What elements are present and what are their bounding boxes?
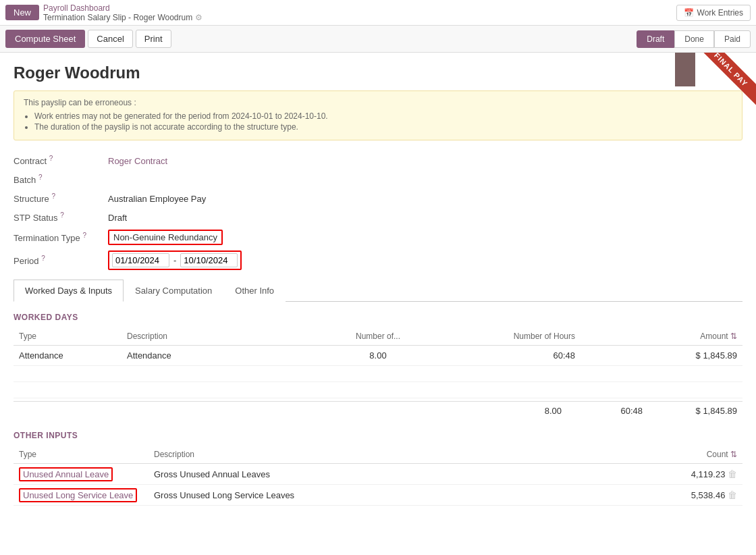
termination-type-label: Termination Type ? [14, 232, 108, 243]
structure-value: Australian Employee Pay [108, 194, 206, 204]
worked-days-table: Type Description Number of... Number of … [14, 327, 742, 398]
row-hours: 60:48 [446, 346, 580, 366]
period-from-input[interactable] [112, 253, 169, 267]
footer-amount: $ 1,845.89 [670, 406, 737, 416]
oi-col-count: Count ⇅ [580, 446, 742, 464]
period-row: Period ? - [14, 248, 742, 273]
oi-row1-description: Gross Unused Annual Leaves [148, 464, 580, 485]
tab-other-info[interactable]: Other Info [223, 280, 286, 302]
oi-row1-type: Unused Annual Leave [14, 464, 148, 485]
oi-col-description: Description [148, 446, 580, 464]
breadcrumb-parent[interactable]: Payroll Dashboard [43, 3, 202, 13]
table-row: Unused Long Service Leave Gross Unused L… [14, 485, 742, 506]
worked-days-header-row: Type Description Number of... Number of … [14, 327, 742, 346]
col-amount: Amount ⇅ [580, 327, 742, 346]
oi-col-type: Type [14, 446, 148, 464]
breadcrumb-current: Termination Salary Slip - Roger Woodrum … [43, 13, 202, 22]
contract-row: Contract ? Roger Contract [14, 151, 742, 170]
action-buttons: Compute Sheet Cancel Print [5, 30, 171, 48]
tab-salary-computation[interactable]: Salary Computation [124, 280, 223, 302]
other-inputs-header-row: Type Description Count ⇅ [14, 446, 742, 464]
stp-status-row: STP Status ? Draft [14, 208, 742, 227]
delete-icon-2[interactable]: 🗑 [728, 490, 737, 500]
oi-row2-type-link[interactable]: Unused Long Service Leave [19, 488, 137, 502]
new-button[interactable]: New [5, 5, 39, 20]
empty-row-1 [14, 366, 742, 382]
status-done-button[interactable]: Done [674, 30, 714, 48]
print-button[interactable]: Print [136, 30, 171, 48]
period-field: - [108, 250, 242, 270]
empty-row-2 [14, 382, 742, 398]
period-to-input[interactable] [180, 253, 238, 267]
contract-value[interactable]: Roger Contract [108, 156, 167, 166]
table-row: Attendance Attendance 8.00 60:48 $ 1,845… [14, 346, 742, 366]
other-inputs-table: Type Description Count ⇅ Unused Annual L… [14, 446, 742, 506]
warning-item-1: Work entries may not be generated for th… [34, 111, 732, 121]
table-row: Unused Annual Leave Gross Unused Annual … [14, 464, 742, 485]
cancel-button[interactable]: Cancel [88, 30, 132, 48]
oi-adjust-icon[interactable]: ⇅ [730, 450, 737, 459]
termination-type-row: Termination Type ? Non-Genuine Redundanc… [14, 227, 742, 248]
other-inputs-section: OTHER INPUTS Type Description Count ⇅ [14, 431, 742, 506]
adjust-icon[interactable]: ⇅ [730, 332, 737, 341]
final-pay-ribbon: FINAL PAY [695, 53, 756, 106]
tabs: Worked Days & Inputs Salary Computation … [14, 280, 742, 302]
oi-row2-type: Unused Long Service Leave [14, 485, 148, 506]
gear-icon[interactable]: ⚙ [195, 13, 202, 22]
contract-label: Contract ? [14, 155, 108, 166]
oi-row2-description: Gross Unused Long Service Leaves [148, 485, 580, 506]
warning-item-2: The duration of the payslip is not accur… [34, 122, 732, 132]
period-separator: - [173, 255, 176, 265]
action-bar: Compute Sheet Cancel Print Draft Done Pa… [0, 26, 756, 53]
work-entries-button[interactable]: 📅 Work Entries [676, 5, 751, 21]
top-bar: New Payroll Dashboard Termination Salary… [0, 0, 756, 26]
footer-number-of: 8.00 [545, 406, 562, 416]
final-pay-ribbon-container: FINAL PAY [675, 53, 756, 134]
batch-row: Batch ? [14, 170, 742, 189]
col-type: Type [14, 327, 122, 346]
stp-status-value: Draft [108, 213, 127, 223]
termination-type-value[interactable]: Non-Genuine Redundancy [108, 230, 223, 245]
breadcrumb-area: New Payroll Dashboard Termination Salary… [5, 3, 202, 22]
footer-hours: 60:48 [589, 406, 643, 416]
structure-label: Structure ? [14, 192, 108, 204]
row-number-of: 8.00 [310, 346, 446, 366]
compute-sheet-button[interactable]: Compute Sheet [5, 30, 85, 48]
col-description: Description [122, 327, 310, 346]
period-label: Period ? [14, 255, 108, 266]
content-scroll: FINAL PAY Roger Woodrum This payslip can… [0, 53, 756, 552]
status-bar: Draft Done Paid [637, 30, 751, 48]
avatar [675, 53, 695, 86]
tab-worked-days[interactable]: Worked Days & Inputs [14, 280, 124, 302]
col-hours: Number of Hours [446, 327, 580, 346]
row-amount: $ 1,845.89 [580, 346, 742, 366]
worked-days-footer: 8.00 60:48 $ 1,845.89 [14, 401, 742, 420]
delete-icon[interactable]: 🗑 [728, 469, 737, 479]
stp-status-label: STP Status ? [14, 211, 108, 223]
warning-list: Work entries may not be generated for th… [24, 111, 732, 132]
worked-days-section: WORKED DAYS Type Description Number of..… [14, 313, 742, 420]
worked-days-header: WORKED DAYS [14, 313, 742, 322]
warning-title: This payslip can be erroneous : [24, 98, 732, 107]
main-content: FINAL PAY Roger Woodrum This payslip can… [0, 53, 756, 519]
employee-name: Roger Woodrum [14, 63, 742, 82]
oi-row1-type-link[interactable]: Unused Annual Leave [19, 467, 113, 481]
row-type: Attendance [14, 346, 122, 366]
oi-row2-count: 5,538.46 🗑 [580, 485, 742, 506]
col-number-of: Number of... [310, 327, 446, 346]
breadcrumb: Payroll Dashboard Termination Salary Sli… [43, 3, 202, 22]
form-fields: Contract ? Roger Contract Batch ? Struct… [14, 151, 742, 273]
status-draft-button[interactable]: Draft [637, 30, 674, 48]
structure-row: Structure ? Australian Employee Pay [14, 189, 742, 208]
other-inputs-header: OTHER INPUTS [14, 431, 742, 440]
row-description: Attendance [122, 346, 310, 366]
oi-row1-count: 4,119.23 🗑 [580, 464, 742, 485]
warning-box: This payslip can be erroneous : Work ent… [14, 90, 742, 140]
calendar-icon: 📅 [684, 8, 694, 18]
status-paid-button[interactable]: Paid [714, 30, 751, 48]
batch-label: Batch ? [14, 174, 108, 185]
